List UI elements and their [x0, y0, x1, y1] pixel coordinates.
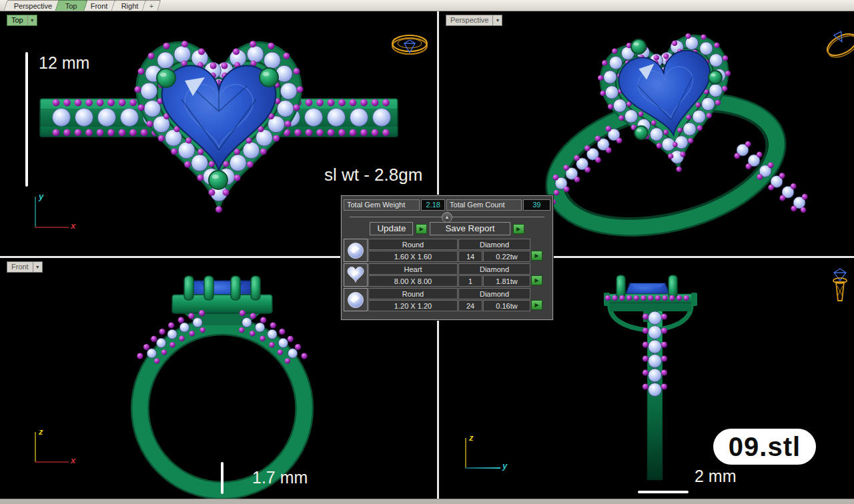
- application-window: Perspective Top Front Right + Top ▼ 12 m…: [0, 0, 854, 504]
- axis-x-label: x: [71, 222, 75, 230]
- gem-size: 1.20 X 1.20: [368, 300, 458, 311]
- gem-row-heart-800: Heart Diamond 8.00 X 8.00 1 1.81tw ▶: [344, 263, 550, 287]
- dimension-label-2mm: 2 mm: [695, 467, 737, 486]
- stone-weight-note: sl wt - 2.8gm: [324, 165, 422, 185]
- gem-count: 24: [458, 300, 482, 311]
- gem-material: Diamond: [458, 263, 530, 275]
- plus-icon: +: [149, 2, 153, 10]
- gem-row-go-button[interactable]: ▶: [531, 300, 542, 310]
- chevron-down-icon[interactable]: ▼: [492, 15, 502, 25]
- dimension-line-1-7mm: [221, 462, 224, 494]
- chevron-down-icon[interactable]: ▼: [27, 15, 37, 25]
- gem-report-panel: Total Gem Weight 2.18 Total Gem Count 39…: [341, 195, 553, 320]
- dimension-line-12mm: [25, 52, 28, 187]
- viewport-tab-bar: Perspective Top Front Right +: [0, 0, 854, 11]
- collapse-icon: ▲: [445, 215, 450, 219]
- gem-material: Diamond: [458, 288, 530, 299]
- gem-size: 1.60 X 1.60: [368, 251, 458, 262]
- viewport-front-title[interactable]: Front ▼: [7, 261, 43, 273]
- gem-row-go-button[interactable]: ▶: [531, 251, 542, 261]
- dimension-line-2mm: [638, 491, 689, 493]
- gem-table: Round Diamond 1.60 X 1.60 14 0.22tw ▶ He…: [344, 239, 550, 311]
- play-icon: ▶: [534, 302, 538, 308]
- viewport-top-title[interactable]: Top ▼: [7, 15, 37, 26]
- file-name-badge: 09.stl: [713, 429, 816, 465]
- gem-thumbnail-round[interactable]: [344, 239, 368, 262]
- save-report-button[interactable]: Save Report: [430, 222, 510, 235]
- gem-shape: Round: [368, 239, 458, 250]
- axis-x-line: [35, 227, 69, 228]
- axis-z-line: [465, 438, 466, 469]
- gem-weight: 0.16tw: [483, 300, 530, 311]
- total-gem-weight-label: Total Gem Weight: [344, 199, 420, 211]
- tab-perspective[interactable]: Perspective: [3, 0, 63, 11]
- gem-shape: Heart: [368, 263, 458, 275]
- gem-shape: Round: [368, 288, 458, 299]
- gem-weight: 1.81tw: [483, 275, 530, 287]
- axis-y-line: [35, 197, 36, 228]
- panel-divider: ▲: [350, 213, 544, 221]
- add-viewport-tab[interactable]: +: [141, 0, 161, 11]
- total-gem-count-value: 39: [523, 199, 550, 211]
- axis-y-label: y: [39, 193, 43, 201]
- gem-size: 8.00 X 8.00: [368, 275, 458, 287]
- axis-z-label: z: [39, 428, 43, 436]
- gem-panel-header: Total Gem Weight 2.18 Total Gem Count 39: [342, 196, 552, 213]
- viewport-perspective-title[interactable]: Perspective ▼: [446, 15, 502, 26]
- collapse-button[interactable]: ▲: [442, 212, 452, 223]
- panel-buttons: Update ▶ Save Report ▶: [342, 222, 552, 235]
- window-bottom-edge: [0, 499, 854, 504]
- gem-row-go-button[interactable]: ▶: [531, 275, 542, 285]
- axis-z-label: z: [469, 434, 474, 442]
- gem-weight: 0.22tw: [483, 251, 530, 262]
- axis-x-line: [35, 461, 69, 463]
- update-button[interactable]: Update: [370, 222, 413, 235]
- play-icon: ▶: [534, 277, 538, 283]
- gem-count: 1: [458, 275, 482, 287]
- axis-x-label: x: [71, 457, 75, 465]
- play-icon: ▶: [534, 253, 538, 259]
- total-gem-count-label: Total Gem Count: [446, 199, 522, 211]
- gem-thumbnail-round[interactable]: [344, 288, 368, 311]
- update-go-button[interactable]: ▶: [416, 224, 427, 234]
- gem-thumbnail-heart[interactable]: [344, 263, 368, 287]
- play-icon: ▶: [516, 226, 520, 232]
- axis-y-line: [465, 467, 500, 469]
- gem-count: 14: [458, 251, 482, 262]
- save-report-go-button[interactable]: ▶: [513, 224, 524, 234]
- chevron-down-icon[interactable]: ▼: [33, 262, 42, 272]
- axis-y-label: y: [502, 462, 507, 470]
- play-icon: ▶: [420, 226, 424, 232]
- dimension-label-1-7mm: 1.7 mm: [252, 468, 308, 487]
- gem-row-round-120: Round Diamond 1.20 X 1.20 24 0.16tw ▶: [344, 288, 550, 311]
- gem-material: Diamond: [458, 239, 530, 250]
- gem-row-round-160: Round Diamond 1.60 X 1.60 14 0.22tw ▶: [344, 239, 550, 262]
- tab-top[interactable]: Top: [55, 0, 88, 11]
- total-gem-weight-value: 2.18: [421, 199, 445, 211]
- axis-z-line: [35, 432, 36, 463]
- dimension-label-12mm: 12 mm: [39, 53, 89, 73]
